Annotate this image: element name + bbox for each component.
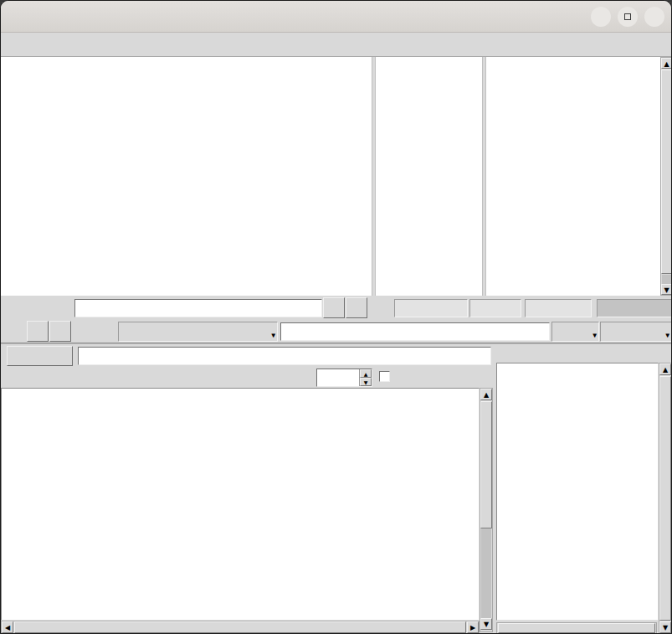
search-button[interactable]: [7, 346, 73, 366]
scroll-right-icon[interactable]: ▶: [467, 621, 479, 633]
scroll-left-icon[interactable]: ◀: [2, 621, 13, 633]
scroll-down-icon[interactable]: ▼: [661, 284, 672, 295]
diff-hscrollbar[interactable]: ◀ ▶: [1, 621, 480, 634]
scrollbar-thumb[interactable]: [14, 621, 466, 633]
diff-scrollbar[interactable]: ▲ ▼: [480, 388, 493, 632]
maximize-icon: [624, 13, 631, 20]
scrollbar-thumb[interactable]: [480, 401, 492, 528]
diff-view[interactable]: [1, 388, 480, 621]
row-current-field: [394, 299, 468, 317]
scroll-down-icon[interactable]: ▼: [480, 618, 492, 630]
find-query-input[interactable]: [280, 322, 550, 341]
file-list-scrollbar[interactable]: ▲ ▼: [659, 363, 672, 634]
commit-list-scrollbar[interactable]: ▲ ▼: [660, 57, 672, 296]
find-type-select[interactable]: ▼: [118, 322, 278, 342]
ignore-space-checkbox[interactable]: [379, 371, 390, 382]
author-pane[interactable]: [376, 57, 482, 296]
pane-divider[interactable]: [1, 343, 671, 344]
scrollbar-trough[interactable]: [481, 528, 491, 618]
match-mode-select[interactable]: ▼: [551, 322, 599, 342]
titlebar[interactable]: [1, 1, 671, 33]
date-pane[interactable]: [486, 57, 660, 296]
commit-graph: [1, 57, 372, 296]
gitk-window: ▲ ▼ ▼ ▼ ▼: [0, 0, 672, 634]
menubar: [1, 34, 671, 57]
scroll-down-icon[interactable]: ▼: [659, 621, 671, 633]
status-field: [525, 299, 592, 317]
progress-gauge: [597, 299, 672, 317]
history-forward-button[interactable]: [346, 297, 367, 318]
scrollbar-thumb[interactable]: [659, 376, 671, 621]
search-input[interactable]: [78, 347, 491, 365]
commit-graph-pane[interactable]: [1, 57, 372, 296]
scroll-up-icon[interactable]: ▲: [480, 389, 492, 400]
sha1-input[interactable]: [74, 299, 322, 317]
maximize-button[interactable]: [618, 7, 638, 27]
scrollbar-thumb[interactable]: [661, 70, 672, 274]
context-spinner[interactable]: ▲ ▼: [316, 369, 372, 387]
minimize-button[interactable]: [591, 7, 611, 27]
find-prev-button[interactable]: [49, 321, 71, 342]
file-list-hscrollbar[interactable]: [496, 622, 657, 634]
scroll-up-icon[interactable]: ▲: [661, 58, 672, 69]
find-next-button[interactable]: [27, 321, 49, 342]
chevron-down-icon: ▼: [592, 332, 597, 339]
chevron-down-icon: ▼: [271, 332, 275, 339]
scrollbar-thumb[interactable]: [498, 623, 655, 633]
file-list[interactable]: [496, 363, 659, 621]
history-back-button[interactable]: [323, 297, 345, 318]
commit-list: ▲ ▼: [1, 57, 672, 296]
close-button[interactable]: [644, 7, 664, 27]
spin-down-icon[interactable]: ▼: [360, 378, 372, 386]
scrollbar-trough[interactable]: [662, 275, 671, 284]
chevron-down-icon: ▼: [665, 332, 669, 339]
spin-up-icon[interactable]: ▲: [360, 369, 372, 378]
fields-select[interactable]: ▼: [600, 322, 672, 342]
scroll-up-icon[interactable]: ▲: [659, 363, 671, 375]
row-total-field: [469, 299, 521, 317]
